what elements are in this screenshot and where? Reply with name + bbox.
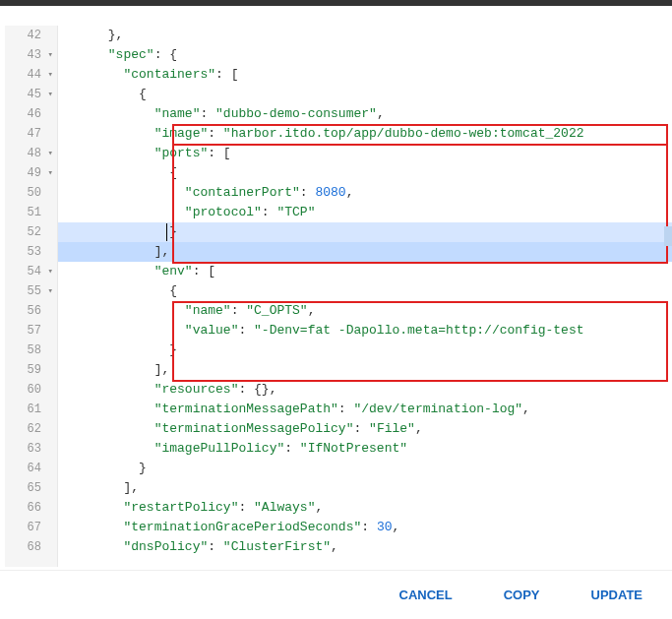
code-area[interactable]: }, "spec": { "containers": [ { "name": "… [58,26,672,567]
line-number: 55▾ [5,281,57,301]
code-line[interactable]: "dnsPolicy": "ClusterFirst", [58,537,672,557]
code-line[interactable]: "resources": {}, [58,380,672,400]
code-line[interactable]: } [58,459,672,478]
line-number: 50 [5,183,57,203]
code-line[interactable]: "image": "harbor.itdo.top/app/dubbo-demo… [58,124,672,144]
cancel-button[interactable]: CANCEL [399,588,453,602]
code-line[interactable]: "spec": { [58,45,672,65]
code-line[interactable]: "restartPolicy": "Always", [58,498,672,518]
code-line[interactable]: "protocol": "TCP" [58,203,672,222]
line-number: 59 [5,360,57,380]
code-line[interactable]: }, [58,26,672,45]
line-number: 45▾ [5,85,57,104]
code-line[interactable]: ], [58,360,672,380]
line-number: 58 [5,340,57,360]
line-number: 52 [5,222,57,242]
line-number: 49▾ [5,163,57,183]
code-line[interactable]: "containers": [ [58,65,672,85]
code-line[interactable]: { [58,163,672,183]
line-number: 65 [5,478,57,498]
line-number: 63 [5,439,57,459]
code-line[interactable]: "terminationGracePeriodSeconds": 30, [58,518,672,537]
code-line[interactable]: "env": [ [58,262,672,281]
line-number: 61 [5,400,57,419]
line-number: 46 [5,104,57,124]
line-number: 51 [5,203,57,222]
line-number: 44▾ [5,65,57,85]
line-number: 56 [5,301,57,321]
update-button[interactable]: UPDATE [591,588,642,602]
line-number: 64 [5,459,57,478]
line-number: 54▾ [5,262,57,281]
code-line[interactable]: { [58,281,672,301]
line-number: 57 [5,321,57,340]
dialog-actions: CANCEL COPY UPDATE [0,570,672,619]
line-number: 42 [5,26,57,45]
line-number: 53 [5,242,57,262]
line-number: 48▾ [5,144,57,163]
code-line[interactable]: } [58,222,672,242]
line-number: 43▾ [5,45,57,65]
line-number-gutter: 4243▾44▾45▾464748▾49▾5051525354▾55▾56575… [5,26,58,567]
code-line[interactable]: "name": "C_OPTS", [58,301,672,321]
line-number: 47 [5,124,57,144]
line-number: 62 [5,419,57,439]
line-number: 68 [5,537,57,557]
scrollbar-marker [664,226,672,246]
code-line[interactable]: } [58,340,672,360]
code-line[interactable]: "ports": [ [58,144,672,163]
code-line[interactable]: "name": "dubbo-demo-consumer", [58,104,672,124]
code-line[interactable]: "terminationMessagePath": "/dev/terminat… [58,400,672,419]
code-line[interactable]: "imagePullPolicy": "IfNotPresent" [58,439,672,459]
code-line[interactable]: "value": "-Denv=fat -Dapollo.meta=http:/… [58,321,672,340]
line-number: 66 [5,498,57,518]
code-line[interactable]: { [58,85,672,104]
line-number: 60 [5,380,57,400]
code-line[interactable]: ], [58,242,672,262]
code-line[interactable]: "terminationMessagePolicy": "File", [58,419,672,439]
code-editor[interactable]: 4243▾44▾45▾464748▾49▾5051525354▾55▾56575… [0,6,672,567]
copy-button[interactable]: COPY [504,588,540,602]
line-number: 67 [5,518,57,537]
code-line[interactable]: "containerPort": 8080, [58,183,672,203]
code-line[interactable]: ], [58,478,672,498]
